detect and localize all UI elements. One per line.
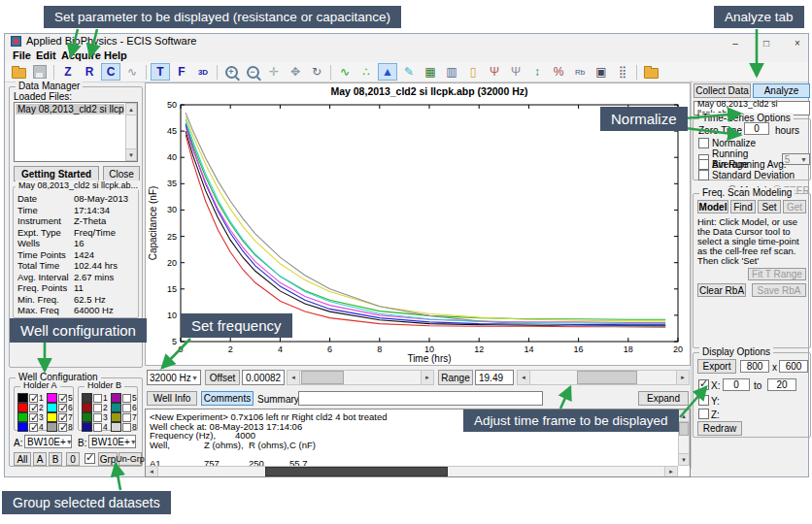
holder-b-type-combo[interactable]: BW10E+▼ bbox=[88, 435, 136, 448]
ts-checkbox[interactable] bbox=[698, 159, 709, 170]
well-checkbox[interactable] bbox=[93, 413, 102, 422]
zero-time-input[interactable]: 0 bbox=[744, 122, 769, 135]
scatter-plot-icon[interactable]: ∴ bbox=[356, 63, 376, 81]
zoom-in-icon[interactable]: + bbox=[221, 63, 241, 81]
group-button[interactable]: Grp bbox=[98, 452, 118, 466]
fit-t-range-button[interactable]: Fit T Range bbox=[748, 268, 806, 280]
ts-checkbox[interactable] bbox=[698, 170, 709, 180]
z-axis-checkbox[interactable] bbox=[698, 409, 709, 419]
export-frame-icon[interactable]: ▣ bbox=[592, 63, 611, 81]
ungroup-button[interactable]: Un-Grp bbox=[118, 452, 142, 466]
get-button[interactable]: Get bbox=[783, 200, 806, 213]
x-to-input[interactable]: 20 bbox=[767, 378, 796, 391]
model-fit-icon[interactable]: ∿ bbox=[122, 63, 142, 81]
summary-input[interactable] bbox=[298, 391, 543, 406]
frequency-combo[interactable]: 32000 Hz▼ bbox=[147, 370, 201, 385]
well-info-tab[interactable]: Well Info bbox=[147, 391, 197, 406]
clear-rba-button[interactable]: Clear RbA bbox=[697, 283, 746, 297]
data-cursor-icon[interactable]: ▲ bbox=[378, 63, 397, 81]
rb-icon[interactable]: Rb bbox=[570, 63, 590, 81]
select-a-button[interactable]: A bbox=[33, 452, 47, 466]
brush-icon[interactable]: ✎ bbox=[399, 63, 419, 81]
menu-help[interactable]: Help bbox=[104, 49, 127, 61]
select-none-button[interactable]: 0 bbox=[66, 452, 80, 466]
well-checkbox[interactable] bbox=[93, 423, 102, 432]
plot-3d-button[interactable]: 3D bbox=[193, 63, 213, 81]
scroll-right-icon[interactable]: ► bbox=[676, 371, 689, 384]
legend-icon[interactable]: ▯ bbox=[463, 63, 483, 81]
menu-acquire[interactable]: Acquire bbox=[61, 49, 101, 61]
range-button[interactable]: Range bbox=[438, 370, 473, 385]
table-icon[interactable]: ▥ bbox=[442, 63, 461, 81]
save-icon[interactable] bbox=[30, 63, 50, 81]
capacitance-c-button[interactable]: C bbox=[101, 63, 120, 81]
scroll-right-icon[interactable]: ► bbox=[421, 371, 433, 384]
well-checkbox[interactable] bbox=[122, 394, 131, 403]
menu-file[interactable]: File bbox=[13, 49, 31, 61]
offset-input[interactable]: 0.00082 bbox=[242, 370, 285, 385]
set-button[interactable]: Set bbox=[758, 200, 781, 213]
line-plot-icon[interactable]: ∿ bbox=[335, 63, 355, 81]
well-checkbox[interactable] bbox=[93, 394, 102, 403]
grid-icon[interactable]: ▦ bbox=[421, 63, 440, 81]
x-axis-checkbox[interactable] bbox=[698, 379, 709, 390]
scroll-up-icon[interactable]: ▲ bbox=[126, 104, 136, 115]
holder-a-type-combo[interactable]: BW10E+▼ bbox=[24, 435, 72, 448]
comments-hscrollbar[interactable]: ◄ ► bbox=[146, 466, 678, 476]
redraw-button[interactable]: Redraw bbox=[697, 421, 742, 436]
loaded-files-list[interactable]: May 08,2013_cld2 si llcpk.abp ▲ ▼ bbox=[14, 102, 138, 162]
matrix-icon[interactable]: ⣿ bbox=[613, 63, 632, 81]
scroll-up-icon[interactable]: ▲ bbox=[679, 410, 689, 422]
x-from-input[interactable]: 0 bbox=[723, 378, 750, 391]
menu-edit[interactable]: Edit bbox=[36, 49, 56, 61]
export-width-input[interactable]: 800 bbox=[740, 360, 769, 373]
scroll-down-icon[interactable]: ▼ bbox=[126, 148, 136, 160]
scroll-down-icon[interactable]: ▼ bbox=[679, 453, 689, 465]
time-plot-button[interactable]: T bbox=[151, 63, 170, 81]
comments-tab[interactable]: Comments bbox=[201, 391, 254, 406]
antenna-2-icon[interactable]: Ψ bbox=[506, 63, 525, 81]
freq-plot-button[interactable]: F bbox=[172, 63, 191, 81]
expand-button[interactable]: Expand bbox=[638, 391, 689, 406]
group-select-checkbox[interactable] bbox=[85, 453, 95, 464]
open-file-icon[interactable] bbox=[9, 63, 28, 81]
export-height-input[interactable]: 600 bbox=[779, 360, 808, 373]
loaded-file-item[interactable]: May 08,2013_cld2 si llcpk.abp bbox=[16, 104, 124, 115]
collect-data-tab[interactable]: Collect Data bbox=[694, 83, 751, 98]
close-button[interactable]: × bbox=[786, 36, 809, 49]
maximize-button[interactable]: □ bbox=[755, 36, 778, 49]
impedance-z-button[interactable]: Z bbox=[58, 63, 78, 81]
well-checkbox[interactable] bbox=[122, 423, 131, 432]
model-button[interactable]: Model bbox=[697, 200, 728, 213]
getting-started-button[interactable]: Getting Started bbox=[14, 166, 99, 181]
rotate-3d-icon[interactable]: ↻ bbox=[307, 63, 326, 81]
time-range-scrollbar[interactable]: ◄ ► bbox=[517, 370, 690, 385]
well-checkbox[interactable] bbox=[58, 423, 67, 432]
select-b-button[interactable]: B bbox=[49, 452, 62, 466]
zoom-out-icon[interactable]: − bbox=[243, 63, 262, 81]
find-button[interactable]: Find bbox=[730, 200, 756, 213]
scroll-left-icon[interactable]: ◄ bbox=[518, 371, 530, 384]
scroll-left-icon[interactable]: ◄ bbox=[288, 371, 300, 384]
comments-vscrollbar[interactable]: ▲ ▼ bbox=[678, 409, 690, 466]
files-list-scrollbar[interactable]: ▲ ▼ bbox=[125, 103, 137, 161]
well-checkbox[interactable] bbox=[122, 404, 131, 412]
ts-checkbox[interactable] bbox=[698, 138, 709, 148]
range-input[interactable]: 19.49 bbox=[475, 370, 514, 385]
y-axis-checkbox[interactable] bbox=[698, 395, 709, 406]
select-all-button[interactable]: All bbox=[14, 452, 31, 466]
axes-scale-icon[interactable]: ↕ bbox=[527, 63, 547, 81]
close-file-button[interactable]: Close bbox=[103, 166, 140, 181]
offset-scrollbar[interactable]: ◄ ► bbox=[287, 370, 434, 385]
pan-hand-icon[interactable]: ✛ bbox=[264, 63, 284, 81]
well-checkbox[interactable] bbox=[122, 413, 131, 422]
minimize-button[interactable]: – bbox=[724, 36, 747, 49]
percent-icon[interactable]: % bbox=[549, 63, 568, 81]
antenna-1-icon[interactable]: Ψ bbox=[485, 63, 504, 81]
resistance-r-button[interactable]: R bbox=[80, 63, 99, 81]
well-checkbox[interactable] bbox=[29, 423, 38, 432]
export-button[interactable]: Export bbox=[697, 359, 736, 374]
scroll-right-icon[interactable]: ► bbox=[664, 467, 677, 476]
analyze-tab-button[interactable]: Analyze bbox=[753, 83, 810, 98]
offset-button[interactable]: Offset bbox=[205, 370, 240, 385]
